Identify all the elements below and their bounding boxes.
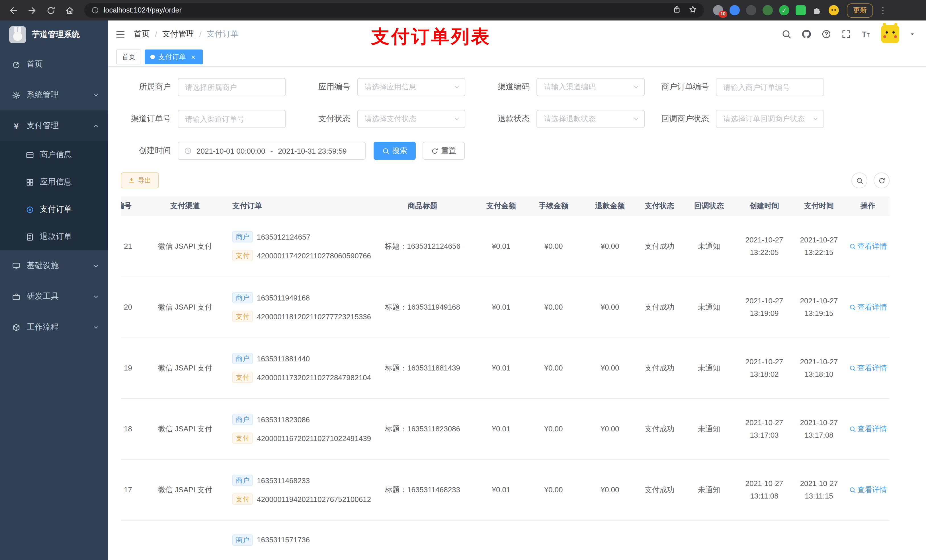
search-button[interactable]: 搜索 (374, 142, 416, 160)
monitor-icon (11, 261, 21, 270)
address-bar[interactable]: localhost:1024/pay/order (84, 3, 704, 18)
channel-code-select[interactable]: 请输入渠道编码 (536, 78, 645, 96)
pay-status-select[interactable]: 请选择支付状态 (357, 110, 465, 128)
github-icon[interactable] (801, 29, 811, 39)
view-detail-link[interactable]: 查看详情 (849, 424, 887, 434)
sidebar-item-home[interactable]: 首页 (0, 49, 108, 80)
extension-icon-blue[interactable] (729, 5, 740, 15)
profile-avatar-icon[interactable] (829, 5, 839, 15)
navbar-actions: TT (781, 25, 916, 43)
fee-amount: ¥0.00 (525, 216, 582, 276)
sidebar-toggle-icon[interactable] (115, 29, 126, 39)
view-detail-link[interactable]: 查看详情 (849, 485, 887, 495)
home-icon[interactable] (62, 3, 77, 18)
extension-badge: 10 (719, 11, 727, 18)
site-info-icon[interactable] (91, 6, 99, 14)
back-icon[interactable] (6, 3, 21, 18)
merchant-order-no-input[interactable] (716, 78, 824, 96)
refresh-icon (431, 147, 439, 154)
pay-time: 2021-10-2713:19:15 (791, 276, 846, 338)
sidebar-item-merchant-info[interactable]: 商户信息 (0, 141, 108, 169)
tab-home[interactable]: 首页 (116, 50, 141, 64)
toolbox-icon (11, 292, 21, 301)
pay-amount: ¥0.01 (477, 338, 525, 398)
goods-title: 标题：1635311823086 (368, 398, 477, 459)
pay-order-cell: 商户1635311823086 支付4200001167202110271022… (232, 414, 368, 444)
pay-amount: ¥0.01 (477, 276, 525, 338)
share-icon[interactable] (673, 5, 681, 15)
create-time-range-picker[interactable]: 2021-10-01 00:00:00 - 2021-10-31 23:59:5… (178, 142, 366, 160)
browser-update-button[interactable]: 更新 (847, 3, 873, 17)
help-icon[interactable] (821, 29, 831, 39)
merchant-tag: 商户 (232, 353, 253, 364)
merchant-tag: 商户 (232, 292, 253, 303)
search-icon[interactable] (781, 29, 791, 39)
sidebar-item-workflow[interactable]: 工作流程 (0, 312, 108, 343)
close-icon[interactable]: × (189, 53, 197, 61)
breadcrumb-home[interactable]: 首页 (134, 29, 150, 39)
tab-pay-order[interactable]: 支付订单 × (145, 50, 203, 64)
reload-icon[interactable] (43, 3, 58, 18)
date-end-value: 2021-10-31 23:59:59 (278, 146, 346, 155)
create-time: 2021-10-2713:22:05 (737, 216, 791, 276)
toggle-search-button[interactable] (851, 172, 867, 189)
pay-status: 支付成功 (638, 398, 681, 459)
col-channel: 支付渠道 (142, 196, 228, 216)
export-button[interactable]: 导出 (121, 172, 159, 189)
sidebar-item-payment[interactable]: ¥ 支付管理 (0, 110, 108, 141)
magnifier-icon (849, 426, 856, 432)
breadcrumb-separator: / (155, 30, 157, 39)
extensions-puzzle-icon[interactable] (812, 5, 822, 15)
view-detail-link[interactable]: 查看详情 (849, 363, 887, 373)
pay-channel: 微信 JSAPI 支付 (142, 398, 228, 459)
pay-tag: 支付 (232, 433, 253, 444)
extension-icon-green-square[interactable] (796, 5, 806, 15)
merchant-order-no: 1635311949168 (257, 293, 310, 302)
browser-menu-icon[interactable]: ⋮ (879, 5, 885, 15)
notify-status-select[interactable]: 请选择订单回调商户状态 (716, 110, 824, 128)
table-toolbar: 导出 (121, 172, 915, 189)
pay-order-no: 4200001194202110276752100612 (257, 495, 371, 503)
sidebar-item-system[interactable]: 系统管理 (0, 80, 108, 110)
table-row: 18 微信 JSAPI 支付 商户1635311823086 支付4200001… (121, 398, 890, 459)
app-frame: 芋道管理系统 首页 系统管理 ¥ 支付管理 (0, 21, 926, 560)
extension-icon-check[interactable]: ✓ (779, 5, 789, 15)
goods-title: 标题：1635311881439 (368, 338, 477, 398)
reset-button[interactable]: 重置 (422, 142, 465, 160)
channel-order-no-input[interactable] (178, 110, 286, 128)
top-navbar: 首页 / 支付管理 / 支付订单 支付订单列表 TT (108, 21, 926, 48)
refresh-table-button[interactable] (874, 172, 890, 189)
col-refund-amount: 退款金额 (582, 196, 638, 216)
view-detail-link[interactable]: 查看详情 (849, 241, 887, 251)
extension-icon-badged[interactable]: 10 (713, 5, 723, 15)
create-time: 2021-10-2713:18:02 (737, 338, 791, 398)
sidebar-item-refund-order[interactable]: 退款订单 (0, 223, 108, 251)
extension-icon-green[interactable] (763, 5, 773, 15)
merchant-tag: 商户 (232, 534, 253, 545)
sidebar-item-app-info[interactable]: 应用信息 (0, 169, 108, 196)
breadcrumb-separator: / (199, 30, 201, 39)
font-size-icon[interactable]: TT (861, 29, 872, 39)
forward-icon[interactable] (24, 3, 39, 18)
order-id: 18 (121, 398, 142, 459)
sidebar-item-infrastructure[interactable]: 基础设施 (0, 251, 108, 281)
fee-amount: ¥0.00 (525, 276, 582, 338)
breadcrumb-payment[interactable]: 支付管理 (162, 29, 194, 39)
merchant-input[interactable] (178, 78, 286, 96)
view-detail-link[interactable]: 查看详情 (849, 302, 887, 312)
svg-text:T: T (867, 32, 870, 38)
extension-icon-dark[interactable] (746, 5, 756, 15)
app-select[interactable]: 请选择应用信息 (357, 78, 465, 96)
refund-status-select[interactable]: 请选择退款状态 (536, 110, 645, 128)
sidebar-item-pay-order[interactable]: 支付订单 (0, 196, 108, 223)
sidebar-item-dev-tools[interactable]: 研发工具 (0, 281, 108, 312)
chevron-down-icon (93, 324, 99, 331)
chevron-down-icon (93, 92, 99, 98)
fullscreen-icon[interactable] (841, 29, 851, 39)
pay-order-no: 4200001174202110278060590766 (257, 251, 371, 260)
user-avatar[interactable] (881, 25, 899, 43)
avatar-caret-icon[interactable] (909, 31, 916, 38)
filter-label: 支付状态 (300, 114, 357, 124)
bookmark-star-icon[interactable] (688, 5, 697, 15)
pay-amount: ¥0.01 (477, 459, 525, 520)
